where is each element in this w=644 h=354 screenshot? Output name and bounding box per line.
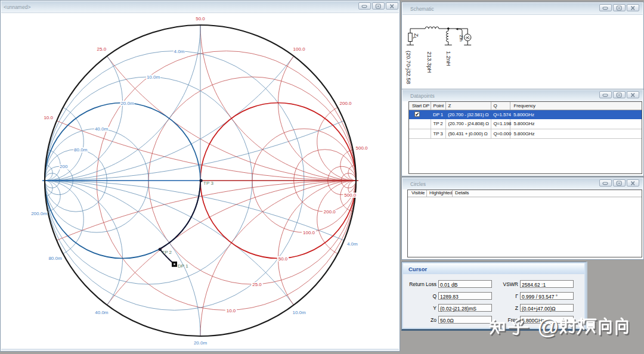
svg-text:@: @ — [537, 315, 559, 339]
